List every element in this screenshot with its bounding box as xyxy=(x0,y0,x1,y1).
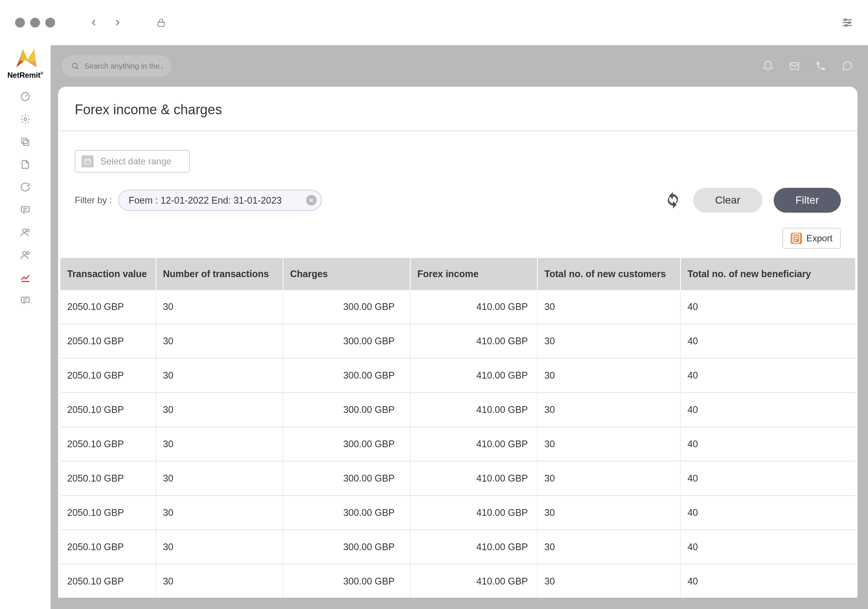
filter-chip-remove-icon[interactable] xyxy=(306,195,317,206)
window-minimize-dot[interactable] xyxy=(30,18,40,28)
calendar-icon xyxy=(82,155,94,167)
brand-name: NetRemit® xyxy=(7,71,43,80)
cell-new-beneficiary: 40 xyxy=(680,324,855,358)
phone-icon[interactable] xyxy=(815,60,826,72)
export-button[interactable]: Export xyxy=(782,228,841,249)
th-new-customers[interactable]: Total no. of new customers xyxy=(538,258,680,290)
nav-settings-icon[interactable] xyxy=(20,113,31,125)
cell-forex-income: 410.00 GBP xyxy=(410,290,538,324)
search-field[interactable] xyxy=(62,56,171,77)
cell-num-transactions: 30 xyxy=(156,564,283,598)
filter-button[interactable]: Filter xyxy=(773,188,841,213)
export-label: Export xyxy=(806,233,832,244)
nav-message-icon[interactable] xyxy=(20,204,31,215)
cell-forex-income: 410.00 GBP xyxy=(410,393,538,427)
comment-icon[interactable] xyxy=(842,60,853,72)
table-row[interactable]: 2050.10 GBP30300.00 GBP410.00 GBP3040 xyxy=(60,530,855,564)
table-row[interactable]: 2050.10 GBP30300.00 GBP410.00 GBP3040 xyxy=(60,393,855,427)
nav-sync-icon[interactable] xyxy=(20,181,31,193)
filter-chip: Foem : 12-01-2022 End: 31-01-2023 xyxy=(118,190,322,211)
cell-charges: 300.00 GBP xyxy=(283,461,410,496)
cell-num-transactions: 30 xyxy=(156,358,283,393)
svg-rect-25 xyxy=(85,159,91,164)
table-row[interactable]: 2050.10 GBP30300.00 GBP410.00 GBP3040 xyxy=(60,564,855,598)
table-row[interactable]: 2050.10 GBP30300.00 GBP410.00 GBP3040 xyxy=(60,358,855,393)
nav-copy-icon[interactable] xyxy=(20,136,31,147)
window-controls xyxy=(15,18,55,28)
cell-charges: 300.00 GBP xyxy=(283,427,410,461)
clear-button[interactable]: Clear xyxy=(693,188,762,213)
cell-forex-income: 410.00 GBP xyxy=(410,461,538,496)
nav-chat-icon[interactable] xyxy=(20,295,31,306)
nav-analytics-icon[interactable] xyxy=(20,272,31,283)
date-range-picker[interactable]: Select date range xyxy=(75,150,190,173)
brand-mark-icon xyxy=(14,49,37,70)
nav-dashboard-icon[interactable] xyxy=(20,91,31,102)
lock-icon xyxy=(156,18,166,28)
cell-new-customers: 30 xyxy=(538,324,680,358)
cell-charges: 300.00 GBP xyxy=(283,290,410,324)
th-num-transactions[interactable]: Number of transactions xyxy=(156,258,283,290)
notifications-icon[interactable] xyxy=(762,60,773,72)
table-header-row: Transaction value Number of transactions… xyxy=(60,258,855,290)
brand-logo[interactable]: NetRemit® xyxy=(7,49,43,80)
table-row[interactable]: 2050.10 GBP30300.00 GBP410.00 GBP3040 xyxy=(60,324,855,358)
cell-forex-income: 410.00 GBP xyxy=(410,530,538,564)
refresh-icon[interactable] xyxy=(664,191,682,209)
cell-transaction-value: 2050.10 GBP xyxy=(60,496,156,530)
svg-point-14 xyxy=(23,229,26,232)
cell-new-customers: 30 xyxy=(538,496,680,530)
svg-point-5 xyxy=(848,22,850,24)
nav-user-icon[interactable] xyxy=(20,227,31,238)
cell-new-beneficiary: 40 xyxy=(680,393,855,427)
svg-rect-19 xyxy=(22,297,29,303)
mail-icon[interactable] xyxy=(789,60,800,72)
th-charges[interactable]: Charges xyxy=(283,258,410,290)
cell-num-transactions: 30 xyxy=(156,393,283,427)
cell-transaction-value: 2050.10 GBP xyxy=(60,530,156,564)
date-range-placeholder: Select date range xyxy=(101,156,171,167)
cell-new-customers: 30 xyxy=(538,290,680,324)
cell-transaction-value: 2050.10 GBP xyxy=(60,564,156,598)
nav-user2-icon[interactable] xyxy=(20,249,31,261)
svg-point-15 xyxy=(27,229,29,232)
page-header: Forex income & charges xyxy=(58,87,857,131)
table-row[interactable]: 2050.10 GBP30300.00 GBP410.00 GBP3040 xyxy=(60,461,855,496)
sidebar: NetRemit® xyxy=(0,45,51,609)
cell-num-transactions: 30 xyxy=(156,461,283,496)
filter-chip-text: Foem : 12-01-2022 End: 31-01-2023 xyxy=(129,195,282,206)
svg-point-6 xyxy=(845,25,847,26)
cell-transaction-value: 2050.10 GBP xyxy=(60,461,156,496)
cell-new-customers: 30 xyxy=(538,358,680,393)
search-input[interactable] xyxy=(85,62,162,71)
cell-new-customers: 30 xyxy=(538,461,680,496)
cell-num-transactions: 30 xyxy=(156,290,283,324)
cell-forex-income: 410.00 GBP xyxy=(410,564,538,598)
cell-num-transactions: 30 xyxy=(156,324,283,358)
table-row[interactable]: 2050.10 GBP30300.00 GBP410.00 GBP3040 xyxy=(60,427,855,461)
search-icon xyxy=(71,62,79,70)
nav-forward-icon[interactable] xyxy=(113,18,122,27)
th-new-beneficiary[interactable]: Total no. of new beneficiary xyxy=(680,258,855,290)
cell-transaction-value: 2050.10 GBP xyxy=(60,324,156,358)
nav-back-icon[interactable] xyxy=(89,18,98,27)
table-row[interactable]: 2050.10 GBP30300.00 GBP410.00 GBP3040 xyxy=(60,496,855,530)
settings-sliders-icon[interactable] xyxy=(842,17,853,28)
cell-forex-income: 410.00 GBP xyxy=(410,324,538,358)
table-row[interactable]: 2050.10 GBP30300.00 GBP410.00 GBP3040 xyxy=(60,290,855,324)
svg-rect-0 xyxy=(158,22,164,26)
topbar xyxy=(51,45,868,87)
cell-new-beneficiary: 40 xyxy=(680,461,855,496)
window-close-dot[interactable] xyxy=(15,18,25,28)
svg-point-17 xyxy=(27,252,29,255)
export-file-icon xyxy=(790,233,802,244)
cell-charges: 300.00 GBP xyxy=(283,324,410,358)
svg-point-22 xyxy=(73,63,78,68)
th-forex-income[interactable]: Forex income xyxy=(410,258,538,290)
window-maximize-dot[interactable] xyxy=(45,18,55,28)
nav-documents-icon[interactable] xyxy=(20,159,31,170)
cell-new-beneficiary: 40 xyxy=(680,290,855,324)
side-navigation xyxy=(20,91,31,306)
th-transaction-value[interactable]: Transaction value xyxy=(60,258,156,290)
cell-charges: 300.00 GBP xyxy=(283,393,410,427)
